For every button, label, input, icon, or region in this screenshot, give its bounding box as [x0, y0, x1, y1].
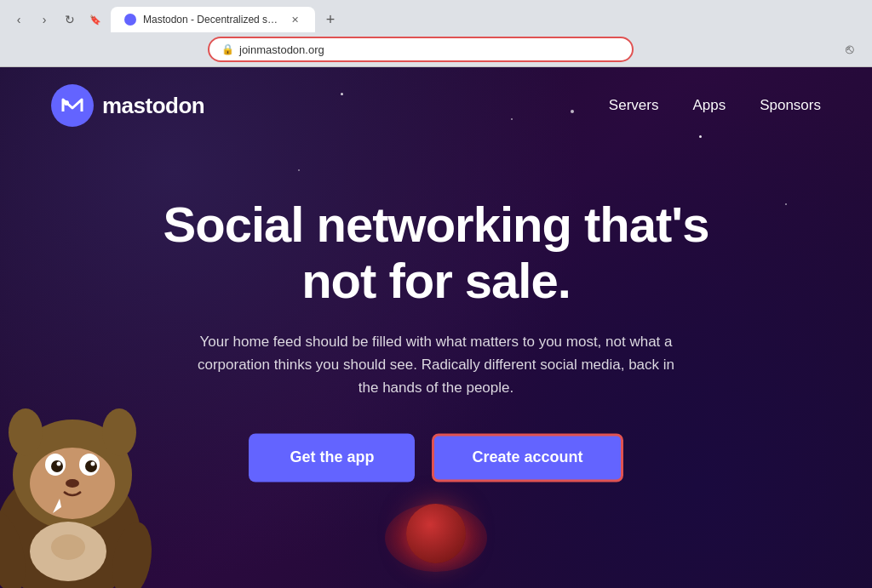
- address-bar-row: 🔒 joinmastodon.org ⎋: [0, 32, 872, 66]
- new-tab-button[interactable]: +: [318, 8, 342, 31]
- star-dot: [785, 203, 787, 205]
- hero-subtitle: Your home feed should be filled with wha…: [189, 330, 683, 400]
- nav-apps[interactable]: Apps: [692, 97, 726, 114]
- get-app-button[interactable]: Get the app: [249, 434, 415, 482]
- browser-controls: ‹ › ↻ 🔖: [7, 8, 107, 31]
- browser-chrome: ‹ › ↻ 🔖 Mastodon - Decentralized social.…: [0, 0, 872, 67]
- logo[interactable]: mastodon: [51, 84, 204, 127]
- back-button[interactable]: ‹: [7, 8, 31, 31]
- forward-button[interactable]: ›: [32, 8, 56, 31]
- tab-favicon: [124, 14, 136, 26]
- svg-point-8: [51, 460, 63, 472]
- nav-servers[interactable]: Servers: [609, 97, 659, 114]
- address-bar[interactable]: 🔒 joinmastodon.org: [208, 37, 634, 62]
- hero-section: Social networking that's not for sale. Y…: [138, 197, 734, 482]
- logo-icon: [51, 84, 94, 127]
- svg-point-11: [91, 462, 95, 466]
- hero-title: Social networking that's not for sale.: [138, 197, 734, 310]
- website-content: mastodon Servers Apps Sponsors Social ne…: [0, 67, 872, 588]
- create-account-button[interactable]: Create account: [432, 434, 622, 482]
- active-tab[interactable]: Mastodon - Decentralized social... ✕: [111, 7, 315, 32]
- logo-text: mastodon: [102, 93, 204, 119]
- svg-point-9: [85, 460, 97, 472]
- nav-sponsors[interactable]: Sponsors: [760, 97, 821, 114]
- lock-icon: 🔒: [221, 43, 234, 55]
- navigation: mastodon Servers Apps Sponsors: [0, 67, 872, 144]
- svg-point-10: [57, 462, 61, 466]
- bookmarks-button[interactable]: 🔖: [83, 8, 107, 31]
- share-button[interactable]: ⎋: [838, 37, 862, 61]
- tab-bar: ‹ › ↻ 🔖 Mastodon - Decentralized social.…: [0, 0, 872, 32]
- tab-title: Mastodon - Decentralized social...: [143, 14, 281, 26]
- nav-links: Servers Apps Sponsors: [609, 97, 821, 114]
- svg-point-4: [102, 408, 136, 456]
- star-dot: [298, 169, 300, 171]
- reload-button[interactable]: ↻: [58, 8, 82, 31]
- url-text: joinmastodon.org: [239, 43, 620, 56]
- hero-buttons: Get the app Create account: [138, 434, 734, 482]
- planet-sphere: [406, 504, 466, 563]
- svg-point-3: [9, 408, 43, 456]
- svg-point-12: [66, 479, 79, 488]
- svg-point-16: [51, 534, 85, 560]
- tab-close-button[interactable]: ✕: [288, 13, 301, 26]
